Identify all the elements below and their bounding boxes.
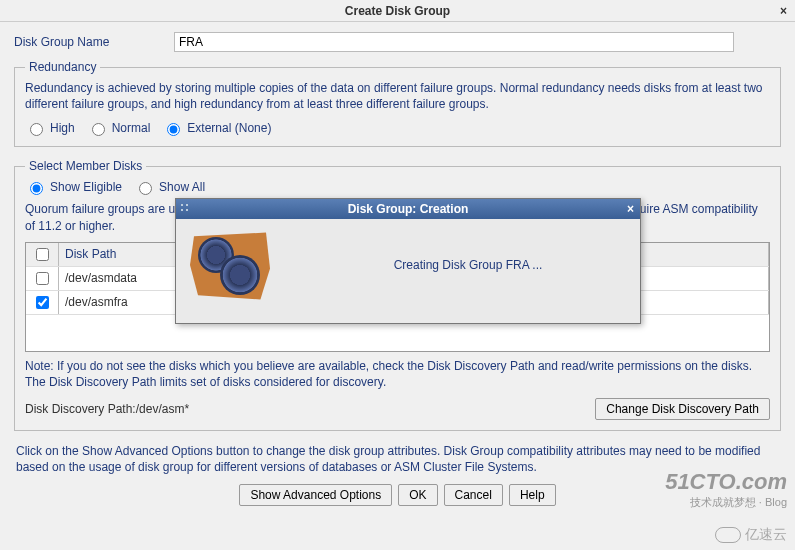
redundancy-normal-option[interactable]: Normal [87, 120, 151, 136]
redundancy-high-option[interactable]: High [25, 120, 75, 136]
help-button[interactable]: Help [509, 484, 556, 506]
close-icon[interactable]: × [627, 202, 634, 216]
row-checkbox[interactable] [36, 296, 49, 309]
discovery-path: Disk Discovery Path:/dev/asm* [25, 402, 189, 416]
watermark-yisu: 亿速云 [715, 526, 787, 544]
cloud-icon [715, 527, 741, 543]
redundancy-legend: Redundancy [25, 60, 100, 74]
progress-dialog: Disk Group: Creation × Creating Disk Gro… [175, 198, 641, 324]
window-titlebar: Create Disk Group × [0, 0, 795, 22]
show-eligible-label: Show Eligible [50, 180, 122, 194]
discovery-note: Note: If you do not see the disks which … [25, 358, 770, 390]
change-discovery-path-button[interactable]: Change Disk Discovery Path [595, 398, 770, 420]
show-advanced-button[interactable]: Show Advanced Options [239, 484, 392, 506]
show-all-option[interactable]: Show All [134, 179, 205, 195]
grip-icon [180, 203, 190, 213]
show-all-label: Show All [159, 180, 205, 194]
redundancy-normal-label: Normal [112, 121, 151, 135]
progress-dialog-title: Disk Group: Creation [348, 202, 469, 216]
header-checkbox-cell [26, 243, 59, 267]
show-eligible-option[interactable]: Show Eligible [25, 179, 122, 195]
window-title: Create Disk Group [345, 4, 450, 18]
cancel-button[interactable]: Cancel [444, 484, 503, 506]
show-eligible-radio[interactable] [30, 182, 43, 195]
ok-button[interactable]: OK [398, 484, 437, 506]
redundancy-external-radio[interactable] [167, 123, 180, 136]
dialog-button-row: Show Advanced Options OK Cancel Help [14, 484, 781, 506]
select-all-checkbox[interactable] [36, 248, 49, 261]
member-disks-legend: Select Member Disks [25, 159, 146, 173]
redundancy-high-radio[interactable] [30, 123, 43, 136]
disk-group-name-label: Disk Group Name [14, 35, 174, 49]
redundancy-fieldset: Redundancy Redundancy is achieved by sto… [14, 60, 781, 147]
redundancy-normal-radio[interactable] [92, 123, 105, 136]
advanced-description: Click on the Show Advanced Options butto… [16, 443, 779, 475]
discovery-path-value: /dev/asm* [136, 402, 189, 416]
discovery-path-label: Disk Discovery Path: [25, 402, 136, 416]
redundancy-external-label: External (None) [187, 121, 271, 135]
progress-dialog-titlebar[interactable]: Disk Group: Creation × [176, 199, 640, 219]
redundancy-high-label: High [50, 121, 75, 135]
redundancy-description: Redundancy is achieved by storing multip… [25, 80, 770, 112]
redundancy-external-option[interactable]: External (None) [162, 120, 271, 136]
progress-icon [190, 229, 270, 301]
disk-group-name-input[interactable] [174, 32, 734, 52]
show-all-radio[interactable] [139, 182, 152, 195]
row-checkbox[interactable] [36, 272, 49, 285]
close-icon[interactable]: × [780, 4, 787, 18]
progress-message: Creating Disk Group FRA ... [310, 258, 626, 272]
